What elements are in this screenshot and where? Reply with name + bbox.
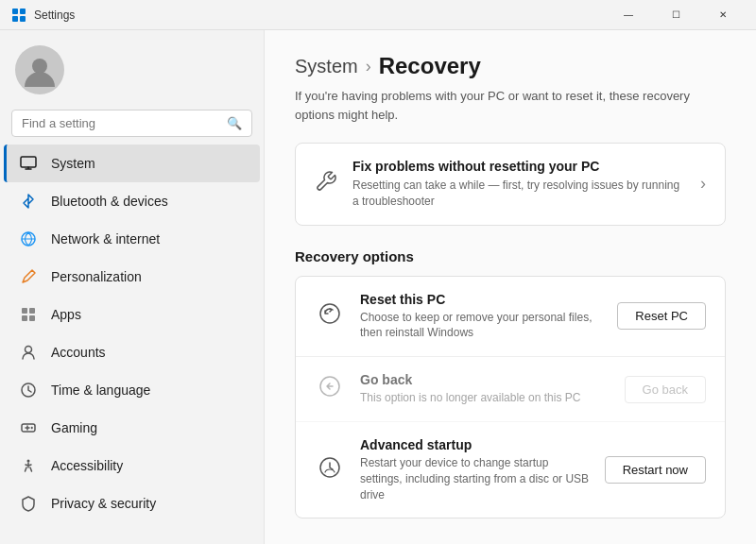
svg-point-11 bbox=[26, 347, 32, 353]
minimize-button[interactable]: — bbox=[607, 0, 650, 30]
advanced-startup-option: Advanced startup Restart your device to … bbox=[296, 422, 725, 518]
sidebar-item-network[interactable]: Network & internet bbox=[4, 220, 260, 258]
window-controls: — ☐ ✕ bbox=[607, 0, 745, 30]
fix-text: Fix problems without resetting your PC R… bbox=[352, 159, 685, 210]
sidebar-item-time-label: Time & language bbox=[51, 382, 150, 398]
wrench-icon bbox=[315, 170, 337, 198]
sidebar-item-system[interactable]: System bbox=[4, 144, 260, 182]
sidebar-profile bbox=[0, 30, 264, 106]
breadcrumb-system: System bbox=[295, 56, 358, 77]
sidebar-item-bluetooth-label: Bluetooth & devices bbox=[51, 194, 168, 209]
fix-title: Fix problems without resetting your PC bbox=[352, 159, 685, 174]
breadcrumb: System › Recovery bbox=[295, 53, 726, 79]
maximize-button[interactable]: ☐ bbox=[654, 0, 697, 30]
personalization-icon bbox=[19, 267, 38, 286]
system-icon bbox=[19, 154, 38, 173]
reset-pc-text: Reset this PC Choose to keep or remove y… bbox=[360, 292, 602, 342]
fix-problems-card[interactable]: Fix problems without resetting your PC R… bbox=[295, 143, 726, 226]
sidebar-item-system-label: System bbox=[51, 156, 95, 171]
page-title: Recovery bbox=[379, 53, 481, 79]
search-icon: 🔍 bbox=[227, 116, 242, 130]
app-icon bbox=[11, 8, 26, 23]
sidebar-item-bluetooth[interactable]: Bluetooth & devices bbox=[4, 182, 260, 220]
svg-point-15 bbox=[320, 304, 339, 323]
svg-rect-7 bbox=[22, 308, 27, 314]
breadcrumb-separator: › bbox=[366, 57, 371, 76]
search-input[interactable] bbox=[22, 116, 219, 130]
apps-icon bbox=[19, 305, 38, 324]
go-back-option: Go back This option is no longer availab… bbox=[296, 357, 725, 422]
sidebar-item-time[interactable]: Time & language bbox=[4, 371, 260, 409]
sidebar-item-personalization-label: Personalization bbox=[51, 269, 142, 284]
gaming-icon bbox=[19, 418, 38, 437]
sidebar-item-accounts-label: Accounts bbox=[51, 345, 106, 360]
title-bar: Settings — ☐ ✕ bbox=[0, 0, 756, 30]
accessibility-icon bbox=[19, 456, 38, 475]
recovery-section-title: Recovery options bbox=[295, 248, 726, 264]
page-description: If you're having problems with your PC o… bbox=[295, 87, 726, 124]
time-icon bbox=[19, 381, 38, 400]
main-content: System › Recovery If you're having probl… bbox=[265, 30, 756, 544]
sidebar-item-apps[interactable]: Apps bbox=[4, 296, 260, 333]
restart-now-button[interactable]: Restart now bbox=[605, 456, 706, 484]
fix-description: Resetting can take a while — first, try … bbox=[352, 178, 685, 210]
reset-pc-button[interactable]: Reset PC bbox=[617, 302, 706, 330]
svg-rect-1 bbox=[20, 8, 26, 14]
svg-rect-3 bbox=[20, 16, 26, 22]
sidebar-item-personalization[interactable]: Personalization bbox=[4, 258, 260, 296]
chevron-right-icon: › bbox=[700, 174, 706, 194]
recovery-options-container: Reset this PC Choose to keep or remove y… bbox=[295, 276, 726, 519]
advanced-startup-title: Advanced startup bbox=[360, 437, 590, 452]
go-back-description: This option is no longer available on th… bbox=[360, 390, 610, 406]
search-box[interactable]: 🔍 bbox=[11, 110, 252, 137]
sidebar: 🔍 System Bluetooth & devices bbox=[0, 30, 265, 544]
go-back-title: Go back bbox=[360, 372, 610, 387]
sidebar-item-gaming-label: Gaming bbox=[51, 420, 97, 435]
svg-rect-0 bbox=[12, 8, 18, 14]
shield-icon bbox=[19, 494, 38, 513]
advanced-startup-description: Restart your device to change startup se… bbox=[360, 455, 590, 502]
sidebar-item-accounts[interactable]: Accounts bbox=[4, 333, 260, 371]
close-button[interactable]: ✕ bbox=[701, 0, 745, 30]
go-back-button: Go back bbox=[625, 376, 706, 403]
avatar bbox=[15, 45, 64, 94]
sidebar-item-privacy[interactable]: Privacy & security bbox=[4, 484, 260, 522]
svg-rect-8 bbox=[29, 308, 35, 314]
svg-point-4 bbox=[32, 59, 47, 74]
bluetooth-icon bbox=[19, 192, 38, 211]
sidebar-item-gaming[interactable]: Gaming bbox=[4, 409, 260, 447]
reset-pc-description: Choose to keep or remove your personal f… bbox=[360, 310, 602, 342]
app-body: 🔍 System Bluetooth & devices bbox=[0, 30, 756, 544]
advanced-startup-icon bbox=[315, 455, 345, 485]
svg-point-14 bbox=[27, 460, 30, 463]
nav-items: System Bluetooth & devices Network & int… bbox=[0, 144, 264, 544]
svg-rect-5 bbox=[21, 157, 36, 167]
go-back-text: Go back This option is no longer availab… bbox=[360, 372, 610, 406]
sidebar-item-network-label: Network & internet bbox=[51, 231, 160, 246]
accounts-icon bbox=[19, 343, 38, 362]
window-title: Settings bbox=[34, 8, 599, 22]
advanced-startup-text: Advanced startup Restart your device to … bbox=[360, 437, 590, 502]
sidebar-item-privacy-label: Privacy & security bbox=[51, 496, 156, 511]
go-back-icon bbox=[315, 374, 345, 404]
sidebar-item-accessibility-label: Accessibility bbox=[51, 458, 123, 473]
reset-icon bbox=[315, 301, 345, 332]
svg-rect-10 bbox=[29, 315, 35, 321]
reset-pc-title: Reset this PC bbox=[360, 292, 602, 307]
reset-pc-option: Reset this PC Choose to keep or remove y… bbox=[296, 277, 725, 358]
network-icon bbox=[19, 230, 38, 248]
sidebar-item-accessibility[interactable]: Accessibility bbox=[4, 447, 260, 484]
sidebar-item-apps-label: Apps bbox=[51, 307, 81, 322]
svg-rect-2 bbox=[12, 16, 18, 22]
svg-rect-9 bbox=[22, 315, 27, 321]
